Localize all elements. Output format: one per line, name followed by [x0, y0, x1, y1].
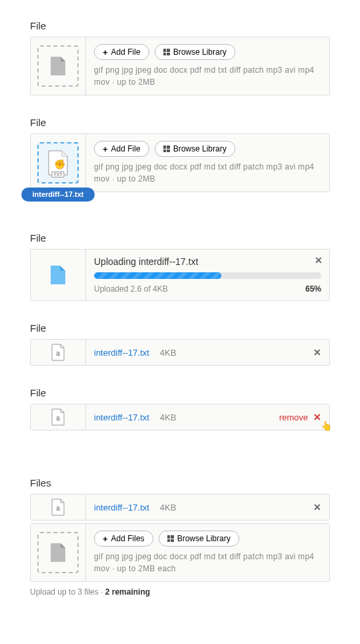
cancel-upload-button[interactable]: ✕	[315, 255, 323, 266]
button-row: +Add Files Browse Library	[94, 531, 321, 547]
document-icon: a	[51, 499, 65, 516]
upload-body: Uploading interdiff--17.txt Uploaded 2.6…	[86, 250, 329, 300]
file-row: interdiff--17.txt 4KB ✕	[86, 340, 329, 365]
upload-progress-text: Uploaded 2.6 of 4KB	[94, 284, 168, 294]
button-row: +Add File Browse Library	[94, 44, 321, 60]
grid-icon	[163, 145, 170, 152]
browse-library-button[interactable]: Browse Library	[155, 44, 235, 60]
card-body: +Add File Browse Library gif png jpg jpe…	[86, 134, 329, 192]
grid-icon	[163, 49, 170, 55]
dragged-filename-chip: interdiff--17.txt	[21, 188, 95, 202]
file-size: 4KB	[160, 348, 177, 358]
remove-label: remove	[279, 412, 308, 422]
button-row: +Add File Browse Library	[94, 141, 321, 157]
add-files-button[interactable]: +Add Files	[94, 531, 153, 547]
icon-cell: a	[31, 404, 86, 430]
browse-library-button[interactable]: Browse Library	[155, 141, 235, 157]
drop-zone-container	[31, 524, 86, 581]
grab-cursor-icon: ✊	[54, 159, 65, 170]
upload-limit-footer: Upload up to 3 files · 2 remaining	[30, 587, 330, 597]
file-name-link[interactable]: interdiff--17.txt	[94, 348, 149, 358]
add-file-label: Add File	[111, 144, 141, 153]
grid-icon	[167, 535, 174, 542]
uploaded-file-card: a interdiff--17.txt 4KB ✕	[30, 339, 330, 366]
progress-bar	[94, 272, 321, 279]
file-type-hint: gif png jpg jpeg doc docx pdf md txt dif…	[94, 64, 321, 88]
uploading-prefix: Uploading	[94, 256, 136, 267]
file-type-hint-multi: gif png jpg jpeg doc docx pdf md txt dif…	[94, 551, 321, 575]
section-heading-files: Files	[30, 477, 330, 489]
file-drop-card-multi: +Add Files Browse Library gif png jpg jp…	[30, 523, 330, 582]
icon-cell: a	[31, 340, 86, 365]
upload-percent: 65%	[305, 284, 321, 294]
section-heading-file: File	[30, 117, 330, 128]
uploading-card: Uploading interdiff--17.txt Uploaded 2.6…	[30, 249, 330, 301]
add-file-label: Add File	[111, 47, 141, 57]
add-files-label: Add Files	[111, 534, 145, 543]
file-placeholder-icon	[51, 543, 65, 562]
file-row: interdiff--17.txt 4KB remove ✕	[86, 404, 329, 430]
upload-meta: Uploaded 2.6 of 4KB 65%	[94, 284, 321, 294]
upload-title: Uploading interdiff--17.txt	[94, 256, 321, 267]
section-heading-file: File	[30, 232, 330, 244]
progress-fill	[94, 272, 221, 279]
file-size: 4KB	[160, 503, 177, 513]
remove-file-button[interactable]: ✕	[313, 347, 321, 358]
dragged-file-icon: ✊ TXT	[47, 149, 69, 176]
document-icon: a	[51, 408, 65, 426]
uploaded-file-card: a interdiff--17.txt 4KB ✕	[30, 494, 330, 521]
add-file-button[interactable]: +Add File	[94, 141, 149, 157]
section-heading-file: File	[30, 20, 330, 31]
svg-text:a: a	[56, 505, 60, 512]
section-heading-file: File	[30, 322, 330, 334]
drop-zone[interactable]	[37, 532, 79, 573]
svg-text:a: a	[56, 350, 60, 357]
footer-prefix: Upload up to 3 files ·	[30, 587, 105, 597]
drop-zone-container: ✊ TXT interdiff--17.txt	[31, 134, 86, 192]
browse-label: Browse Library	[173, 144, 227, 153]
drop-zone[interactable]	[37, 45, 79, 87]
section-heading-file: File	[30, 387, 330, 398]
file-ext-label: TXT	[51, 172, 64, 178]
file-drop-card: +Add File Browse Library gif png jpg jpe…	[30, 37, 330, 95]
browse-label: Browse Library	[177, 534, 231, 543]
remove-file-button[interactable]: ✕	[313, 502, 321, 513]
card-body: +Add Files Browse Library gif png jpg jp…	[86, 524, 329, 581]
browse-label: Browse Library	[173, 47, 227, 57]
drop-zone-active[interactable]: ✊ TXT	[37, 142, 79, 184]
document-icon: a	[51, 344, 65, 361]
plus-icon: +	[103, 535, 108, 543]
uploading-filename: interdiff--17.txt	[139, 256, 198, 267]
footer-remaining: 2 remaining	[105, 587, 150, 597]
icon-cell	[31, 250, 86, 300]
file-name-link[interactable]: interdiff--17.txt	[94, 412, 149, 422]
file-size: 4KB	[160, 412, 177, 422]
card-body: +Add File Browse Library gif png jpg jpe…	[86, 37, 329, 95]
add-file-button[interactable]: +Add File	[94, 44, 149, 60]
file-row: interdiff--17.txt 4KB ✕	[86, 495, 329, 520]
pointer-cursor-icon: 👆	[321, 420, 332, 431]
file-drop-card-active: ✊ TXT interdiff--17.txt +Add File Browse…	[30, 133, 330, 192]
file-name-link[interactable]: interdiff--17.txt	[94, 503, 149, 513]
browse-library-button[interactable]: Browse Library	[159, 531, 239, 547]
plus-icon: +	[103, 48, 108, 57]
icon-cell: a	[31, 495, 86, 520]
file-icon-blue	[51, 266, 65, 284]
drop-zone-container	[31, 37, 86, 95]
file-type-hint: gif png jpg jpeg doc docx pdf md txt dif…	[94, 161, 321, 185]
file-placeholder-icon	[51, 57, 65, 75]
svg-text:a: a	[56, 414, 60, 422]
plus-icon: +	[103, 145, 108, 153]
uploaded-file-card-hover: a interdiff--17.txt 4KB remove ✕ 👆	[30, 404, 330, 430]
